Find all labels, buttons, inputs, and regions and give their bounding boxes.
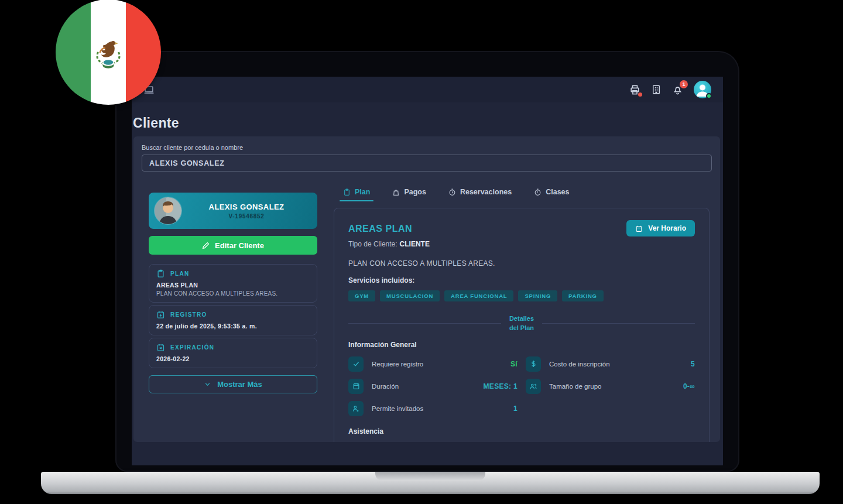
plan-card: PLAN AREAS PLAN PLAN CON ACCESO A MULTIP… (149, 264, 317, 303)
chevron-down-icon (204, 380, 211, 388)
stopwatch-icon (534, 188, 542, 196)
client-type-value: CLIENTE (400, 240, 430, 248)
tab-pagos[interactable]: Pagos (392, 188, 426, 201)
calendar-x-icon (156, 343, 165, 352)
panel-columns: ALEXIS GONSALEZ V-19546852 Editar Client… (149, 188, 711, 442)
info-value: 1 (513, 404, 518, 413)
info-row-permite-invitados: Permite invitados 1 (348, 397, 518, 420)
calendar-plus-icon (156, 310, 165, 319)
service-chip: SPINING (518, 290, 557, 301)
laptop-screen: 1 Cliente Buscar cliente por cedula o no… (115, 51, 739, 472)
clipboard-icon (343, 188, 351, 196)
client-sidebar: ALEXIS GONSALEZ V-19546852 Editar Client… (149, 188, 317, 442)
detail-column: Plan Pagos Reservaciones Clases (334, 188, 711, 442)
info-value: Sí (510, 360, 518, 368)
tab-reservaciones[interactable]: Reservaciones (448, 188, 512, 201)
client-id: V-19546852 (181, 213, 311, 220)
notification-badge: 1 (680, 80, 688, 88)
edit-client-label: Editar Cliente (215, 241, 264, 250)
dollar-icon (526, 356, 541, 372)
show-more-button[interactable]: Mostrar Más (149, 375, 317, 393)
info-row-tamano-grupo: Tamaño de grupo 0-∞ (526, 375, 695, 397)
expiracion-card-label: EXPIRACIÓN (170, 344, 214, 351)
printer-icon[interactable] (629, 84, 640, 95)
pencil-icon (202, 242, 210, 249)
attendance-title: Asistencia (348, 427, 695, 436)
info-row-costo-inscripcion: Costo de inscripción 5 (526, 353, 695, 375)
search-input[interactable] (142, 155, 712, 172)
registro-card-value: 22 de julio de 2025, 9:53:35 a. m. (156, 323, 310, 330)
people-icon (526, 379, 541, 394)
user-avatar[interactable] (694, 81, 711, 98)
client-photo (155, 197, 181, 224)
plan-details-divider: Detalles del Plan (348, 314, 695, 333)
attendance-row (526, 441, 695, 442)
tab-plan[interactable]: Plan (343, 188, 370, 201)
expiracion-card-value: 2026-02-22 (156, 355, 310, 362)
client-type-line: Tipo de Cliente:CLIENTE (348, 240, 695, 248)
service-chip: PARKING (562, 290, 604, 301)
show-more-label: Mostrar Más (217, 380, 262, 389)
info-row-empty (526, 397, 695, 420)
tab-bar: Plan Pagos Reservaciones Clases (334, 188, 711, 201)
plan-detail-title: AREAS PLAN (348, 224, 412, 234)
laptop-base (41, 472, 820, 494)
client-meta: ALEXIS GONSALEZ V-19546852 (181, 203, 311, 220)
search-label: Buscar cliente por cedula o nombre (142, 144, 712, 151)
app-topbar: 1 (132, 77, 723, 102)
plan-card-label: PLAN (170, 270, 189, 277)
registro-card-label: REGISTRO (170, 311, 207, 318)
service-chip: MUSCULACION (380, 290, 440, 301)
registro-card: REGISTRO 22 de julio de 2025, 9:53:35 a.… (149, 305, 317, 335)
client-name: ALEXIS GONSALEZ (181, 203, 311, 211)
info-row-duracion: Duración MESES: 1 (348, 375, 518, 397)
mexico-flag (56, 0, 161, 105)
plan-description: PLAN CON ACCESO A MULTIPLES AREAS. (348, 259, 695, 268)
clock-icon (448, 188, 456, 196)
plan-details-link[interactable]: Detalles del Plan (509, 314, 534, 333)
calendar-icon (348, 379, 364, 394)
attendance-grid (348, 441, 695, 442)
plan-card-title: AREAS PLAN (156, 282, 310, 289)
building-icon[interactable] (651, 84, 662, 95)
general-info-grid: Requiere registro Sí Costo de inscripció… (348, 353, 695, 420)
topbar-actions: 1 (629, 81, 711, 98)
mexico-coat-of-arms (89, 33, 128, 71)
service-chips: GYM MUSCULACION AREA FUNCIONAL SPINING P… (348, 290, 695, 301)
client-panel: Buscar cliente por cedula o nombre ALEXI… (133, 136, 720, 442)
person-plus-icon (348, 401, 364, 416)
view-schedule-button[interactable]: Ver Horario (626, 220, 695, 236)
service-chip: AREA FUNCIONAL (444, 290, 513, 301)
client-card: ALEXIS GONSALEZ V-19546852 (149, 193, 317, 229)
info-value: 5 (691, 360, 695, 368)
expiracion-card: EXPIRACIÓN 2026-02-22 (149, 338, 317, 368)
tab-clases[interactable]: Clases (534, 188, 569, 201)
clipboard-icon (156, 269, 165, 278)
plan-detail-panel: AREAS PLAN Ver Horario Tipo de Cliente:C… (334, 208, 710, 442)
bell-icon[interactable]: 1 (672, 84, 683, 95)
client-type-label: Tipo de Cliente: (348, 240, 397, 248)
calendar-icon (635, 225, 643, 232)
online-status-dot (706, 93, 712, 99)
service-chip: GYM (348, 290, 375, 301)
laptop-base-notch (375, 472, 485, 481)
app-window: 1 Cliente Buscar cliente por cedula o no… (132, 77, 723, 465)
check-icon (348, 356, 364, 372)
flag-green-stripe (56, 0, 91, 105)
edit-client-button[interactable]: Editar Cliente (149, 236, 317, 255)
attendance-row (348, 441, 518, 442)
printer-alert-dot (638, 92, 642, 97)
services-label: Servicios incluidos: (348, 276, 695, 284)
page-title: Cliente (133, 115, 723, 131)
bag-icon (392, 188, 400, 196)
info-row-requiere-registro: Requiere registro Sí (348, 353, 518, 375)
general-info-title: Información General (348, 341, 695, 349)
plan-card-subtitle: PLAN CON ACCESO A MULTIPLES AREAS. (156, 290, 310, 297)
info-value: MESES: 1 (484, 382, 518, 390)
info-value: 0-∞ (683, 382, 695, 390)
view-schedule-label: Ver Horario (648, 224, 686, 232)
